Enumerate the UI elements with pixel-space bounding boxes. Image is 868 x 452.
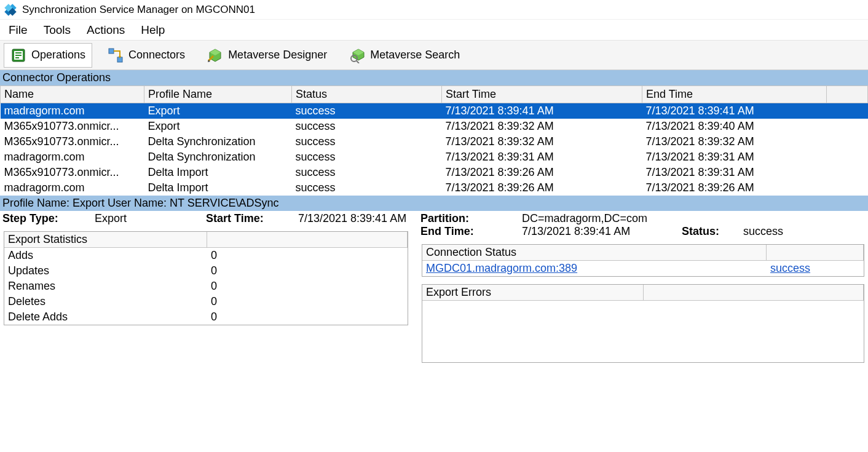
svg-rect-7 bbox=[15, 55, 22, 56]
svg-line-18 bbox=[357, 61, 359, 63]
cell-name: M365x910773.onmicr... bbox=[1, 134, 144, 149]
export-statistics-header[interactable]: Export Statistics bbox=[4, 232, 207, 247]
stat-label: Renames bbox=[8, 280, 211, 293]
table-row[interactable]: M365x910773.onmicr... Delta Import succe… bbox=[1, 165, 868, 180]
cell-status: success bbox=[292, 149, 442, 165]
export-errors-table: Export Errors bbox=[422, 284, 864, 363]
cell-profile: Delta Synchronization bbox=[144, 134, 292, 149]
cell-start: 7/13/2021 8:39:26 AM bbox=[442, 165, 642, 180]
cell-end: 7/13/2021 8:39:31 AM bbox=[642, 165, 827, 180]
cell-end: 7/13/2021 8:39:31 AM bbox=[642, 149, 827, 165]
stat-label: Delete Adds bbox=[8, 311, 211, 323]
detail-right: Partition: DC=madragorm,DC=com End Time:… bbox=[418, 211, 868, 363]
stat-row: Renames 0 bbox=[4, 279, 408, 294]
cell-end: 7/13/2021 8:39:40 AM bbox=[642, 119, 827, 134]
operations-table-wrap: Name Profile Name Status Start Time End … bbox=[0, 85, 868, 196]
connection-result-link[interactable]: success bbox=[770, 262, 810, 274]
partition-value: DC=madragorm,DC=com bbox=[522, 212, 647, 225]
cell-status: success bbox=[292, 180, 442, 196]
connector-operations-header: Connector Operations bbox=[0, 70, 868, 85]
start-time-value: 7/13/2021 8:39:41 AM bbox=[298, 212, 409, 225]
cell-profile: Delta Import bbox=[144, 165, 292, 180]
stat-value: 0 bbox=[211, 311, 404, 323]
col-header-status[interactable]: Status bbox=[292, 86, 442, 103]
toolbar-operations-label: Operations bbox=[31, 49, 85, 61]
toolbar-operations[interactable]: Operations bbox=[4, 43, 92, 68]
operations-icon bbox=[10, 47, 26, 63]
end-time-value: 7/13/2021 8:39:41 AM bbox=[522, 225, 682, 238]
end-time-label: End Time: bbox=[420, 225, 522, 238]
cell-start: 7/13/2021 8:39:32 AM bbox=[442, 119, 642, 134]
mvsearch-icon bbox=[349, 47, 365, 63]
stat-label: Deletes bbox=[8, 295, 211, 308]
export-errors-header-2[interactable] bbox=[644, 285, 864, 300]
cell-profile: Export bbox=[144, 103, 292, 119]
export-errors-header[interactable]: Export Errors bbox=[422, 285, 644, 300]
stat-value: 0 bbox=[211, 280, 404, 293]
table-row[interactable]: madragorm.com Export success 7/13/2021 8… bbox=[1, 103, 868, 119]
menu-actions[interactable]: Actions bbox=[84, 21, 127, 39]
stat-label: Updates bbox=[8, 264, 211, 277]
cell-end: 7/13/2021 8:39:41 AM bbox=[642, 103, 827, 119]
titlebar: Synchronization Service Manager on MGCON… bbox=[0, 0, 868, 20]
toolbar-metaverse-designer[interactable]: Metaverse Designer bbox=[200, 43, 334, 68]
col-header-tail[interactable] bbox=[827, 86, 868, 103]
menu-file[interactable]: File bbox=[6, 21, 30, 39]
connection-host-link[interactable]: MGDC01.madragorm.com:389 bbox=[426, 262, 577, 274]
cell-status: success bbox=[292, 119, 442, 134]
cell-status: success bbox=[292, 103, 442, 119]
col-header-name[interactable]: Name bbox=[1, 86, 144, 103]
cell-name: madragorm.com bbox=[1, 180, 144, 196]
menu-tools[interactable]: Tools bbox=[41, 21, 73, 39]
operations-table[interactable]: Name Profile Name Status Start Time End … bbox=[0, 85, 868, 196]
status-label: Status: bbox=[682, 225, 743, 238]
stat-value: 0 bbox=[211, 295, 404, 308]
menu-help[interactable]: Help bbox=[138, 21, 167, 39]
stat-row: Delete Adds 0 bbox=[4, 309, 408, 325]
cell-end: 7/13/2021 8:39:32 AM bbox=[642, 134, 827, 149]
cell-end: 7/13/2021 8:39:26 AM bbox=[642, 180, 827, 196]
export-statistics-header-value[interactable] bbox=[207, 232, 408, 247]
toolbar-metaverse-search[interactable]: Metaverse Search bbox=[342, 43, 467, 68]
status-value: success bbox=[743, 225, 783, 238]
mvdesigner-icon bbox=[207, 47, 223, 63]
app-icon bbox=[4, 3, 17, 17]
table-row[interactable]: M365x910773.onmicr... Delta Synchronizat… bbox=[1, 134, 868, 149]
cell-name: M365x910773.onmicr... bbox=[1, 165, 144, 180]
table-row[interactable]: madragorm.com Delta Import success 7/13/… bbox=[1, 180, 868, 196]
cell-start: 7/13/2021 8:39:31 AM bbox=[442, 149, 642, 165]
stat-row: Adds 0 bbox=[4, 248, 408, 263]
cell-profile: Delta Synchronization bbox=[144, 149, 292, 165]
export-statistics-table: Export Statistics Adds 0 Updates 0 Renam… bbox=[4, 231, 408, 325]
svg-rect-8 bbox=[15, 57, 19, 58]
toolbar: Operations Connectors Metaverse Designer… bbox=[0, 41, 868, 70]
connection-status-header[interactable]: Connection Status bbox=[422, 245, 767, 260]
toolbar-mvdesigner-label: Metaverse Designer bbox=[228, 49, 327, 61]
stat-row: Deletes 0 bbox=[4, 294, 408, 309]
cell-name: madragorm.com bbox=[1, 149, 144, 165]
cell-status: success bbox=[292, 165, 442, 180]
col-header-start[interactable]: Start Time bbox=[442, 86, 642, 103]
svg-rect-9 bbox=[109, 49, 114, 54]
toolbar-mvsearch-label: Metaverse Search bbox=[370, 49, 460, 61]
stat-label: Adds bbox=[8, 249, 211, 262]
stat-value: 0 bbox=[211, 249, 404, 262]
cell-start: 7/13/2021 8:39:41 AM bbox=[442, 103, 642, 119]
col-header-end[interactable]: End Time bbox=[642, 86, 827, 103]
cell-name: madragorm.com bbox=[1, 103, 144, 119]
cell-start: 7/13/2021 8:39:32 AM bbox=[442, 134, 642, 149]
connection-row[interactable]: MGDC01.madragorm.com:389 success bbox=[422, 261, 864, 276]
connection-status-header-2[interactable] bbox=[767, 245, 864, 260]
start-time-label: Start Time: bbox=[206, 212, 298, 225]
table-row[interactable]: madragorm.com Delta Synchronization succ… bbox=[1, 149, 868, 165]
export-errors-body bbox=[422, 301, 864, 362]
toolbar-connectors-label: Connectors bbox=[128, 49, 185, 61]
toolbar-connectors[interactable]: Connectors bbox=[101, 43, 192, 68]
cell-status: success bbox=[292, 134, 442, 149]
cell-name: M365x910773.onmicr... bbox=[1, 119, 144, 134]
detail-left: Step Type: Export Start Time: 7/13/2021 … bbox=[0, 211, 418, 363]
table-row[interactable]: M365x910773.onmicr... Export success 7/1… bbox=[1, 119, 868, 134]
connectors-icon bbox=[108, 47, 124, 63]
cell-profile: Export bbox=[144, 119, 292, 134]
col-header-profile[interactable]: Profile Name bbox=[144, 86, 292, 103]
